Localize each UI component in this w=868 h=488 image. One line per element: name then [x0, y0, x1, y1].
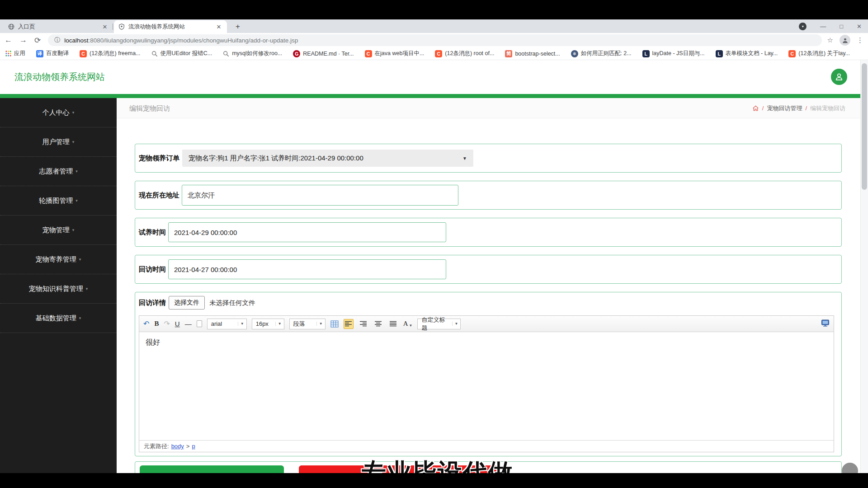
sidebar-item-basic-data-management[interactable]: 基础数据管理▾ — [0, 304, 117, 333]
bookmark-apps[interactable]: 应用 — [5, 50, 25, 57]
sidebar-item-volunteer-management[interactable]: 志愿者管理▾ — [0, 157, 117, 186]
new-tab-button[interactable]: + — [232, 22, 243, 33]
sidebar-item-pet-management[interactable]: 宠物管理▾ — [0, 216, 117, 245]
address-bar[interactable]: ⓘ localhost:8080/liulangdongwulingyang/j… — [48, 34, 821, 46]
order-select[interactable]: 宠物名字:狗1 用户名字:张1 试养时间:2021-04-29 00:00:00… — [182, 150, 473, 167]
font-color-a: A — [403, 320, 408, 328]
trial-time-input[interactable] — [168, 222, 446, 242]
gitee-icon: G — [293, 50, 300, 57]
forward-button[interactable]: → — [19, 36, 27, 45]
back-button[interactable]: ← — [5, 36, 12, 45]
minimize-button[interactable]: — — [820, 23, 826, 30]
align-justify-icon[interactable] — [388, 319, 398, 329]
profile-avatar-icon[interactable] — [840, 35, 850, 46]
font-family-select[interactable]: arial ▼ — [207, 319, 247, 329]
horizontal-rule-icon[interactable]: — — [185, 320, 192, 327]
font-size-select[interactable]: 16px ▼ — [252, 319, 284, 329]
page-scrollbar[interactable] — [860, 60, 868, 473]
bookmark-item[interactable]: C 在java web项目中... — [365, 50, 425, 57]
close-tab-icon[interactable]: ✕ — [101, 23, 108, 30]
element-path-p-link[interactable]: p — [192, 443, 195, 450]
element-path-separator: > — [186, 443, 190, 450]
breadcrumb-bar: 编辑宠物回访 / 宠物回访管理 / 编辑宠物回访 — [117, 98, 860, 118]
trial-time-label: 试养时间 — [139, 228, 166, 237]
sidebar-item-label: 宠物管理 — [42, 226, 70, 235]
align-right-icon[interactable] — [359, 319, 368, 329]
visit-time-input[interactable] — [168, 259, 446, 279]
reload-button[interactable]: ⟳ — [34, 36, 41, 45]
bookmark-label: 如何用正则匹配: 2... — [581, 50, 632, 57]
font-color-button[interactable]: A ▼ — [403, 320, 413, 328]
bookmark-item[interactable]: ✻ 如何用正则匹配: 2... — [571, 50, 632, 57]
info-icon[interactable]: ⓘ — [54, 36, 60, 44]
bookmark-item[interactable]: C (12条消息) root of... — [435, 50, 494, 57]
sidebar-item-label: 轮播图管理 — [39, 197, 73, 205]
bookmark-label: 百度翻译 — [46, 50, 69, 57]
element-path-label: 元素路径: — [144, 442, 169, 450]
browser-tab-active[interactable]: 流浪动物领养系统网站 ✕ — [114, 20, 227, 33]
restore-button[interactable]: □ — [840, 23, 843, 30]
address-input[interactable] — [182, 185, 458, 206]
home-icon[interactable] — [752, 105, 759, 112]
insert-table-icon[interactable] — [330, 320, 339, 328]
close-button[interactable]: ✕ — [857, 23, 862, 30]
bookmark-item[interactable]: L layDate - JS日期与... — [642, 50, 705, 57]
tab-title: 流浪动物领养系统网站 — [128, 23, 212, 31]
close-tab-icon[interactable]: ✕ — [215, 23, 222, 30]
sidebar-item-carousel-management[interactable]: 轮播图管理▾ — [0, 186, 117, 216]
undo-icon[interactable]: ↶ — [143, 320, 149, 328]
sidebar-item-user-management[interactable]: 用户管理▾ — [0, 127, 117, 157]
address-label: 现在所在地址 — [139, 191, 179, 200]
sidebar-item-pet-foster-management[interactable]: 宠物寄养管理▾ — [0, 245, 117, 274]
bookmark-label: 表单模块文档 - Lay... — [726, 50, 778, 57]
csdn-icon: C — [80, 50, 87, 57]
sidebar-item-label: 个人中心 — [42, 108, 70, 117]
chevron-down-icon: ▾ — [75, 198, 78, 203]
breadcrumb-pet-visit-management[interactable]: 宠物回访管理 — [767, 104, 802, 113]
bookmark-item[interactable]: mysql如何修改roo... — [223, 50, 282, 57]
element-path-body-link[interactable]: body — [171, 443, 184, 450]
editor-element-path: 元素路径: body > p — [139, 440, 834, 452]
underline-icon[interactable]: U — [175, 320, 180, 327]
bookmark-item[interactable]: 使用UEditor 报错C... — [151, 50, 212, 57]
form-group-trial-time: 试养时间 — [135, 218, 842, 247]
scrollbar-thumb[interactable] — [862, 63, 867, 190]
bookmark-item[interactable]: C (12条消息) freema... — [80, 50, 141, 57]
header-accent-bar — [0, 94, 868, 98]
fullscreen-icon[interactable] — [821, 319, 830, 328]
choose-file-button[interactable]: 选择文件 — [169, 296, 205, 310]
form-group-visit-time: 回访时间 — [135, 255, 842, 284]
align-center-icon[interactable] — [373, 319, 383, 329]
font-size-value: 16px — [256, 320, 269, 327]
menu-icon[interactable]: ⋮ — [857, 36, 863, 44]
letterbox-top — [0, 0, 868, 19]
user-avatar[interactable] — [831, 69, 847, 85]
browser-tab-entry-page[interactable]: 入口页 ✕ — [4, 20, 113, 33]
bookmark-label: 应用 — [14, 50, 25, 57]
window-controls: ▾ — □ ✕ — [799, 19, 862, 33]
apps-grid-icon — [5, 51, 11, 56]
bookmark-item[interactable]: C (12条消息) 关于lay... — [788, 50, 850, 57]
bookmark-item[interactable]: 译 百度翻译 — [36, 50, 69, 57]
search-icon — [223, 51, 229, 57]
bold-icon[interactable]: B — [154, 320, 159, 327]
align-left-icon[interactable] — [344, 319, 354, 329]
redo-icon[interactable]: ↷ — [164, 320, 170, 328]
sidebar-item-personal-center[interactable]: 个人中心▾ — [0, 98, 117, 127]
editor-content[interactable]: 很好 — [139, 333, 834, 440]
person-icon — [842, 37, 849, 44]
paragraph-select[interactable]: 段落 ▼ — [289, 319, 326, 329]
shield-favicon-icon — [118, 23, 125, 30]
bookmark-item[interactable]: G README.md · Ter... — [293, 50, 354, 57]
sidebar-item-pet-knowledge-management[interactable]: 宠物知识科普管理▾ — [0, 274, 117, 304]
bookmark-star-icon[interactable]: ☆ — [827, 36, 833, 44]
bookmark-item[interactable]: 简 bootstrap-select... — [505, 50, 560, 57]
chevron-down-icon: ▼ — [452, 322, 458, 326]
custom-title-select[interactable]: 自定义标题 ▼ — [417, 319, 461, 329]
site-title: 流浪动物领养系统网站 — [14, 60, 105, 94]
browser-update-icon[interactable]: ▾ — [799, 23, 807, 30]
new-document-icon[interactable] — [197, 320, 202, 327]
bookmarks-bar: 应用 译 百度翻译 C (12条消息) freema... 使用UEditor … — [0, 47, 868, 60]
bookmark-label: README.md · Ter... — [303, 51, 354, 57]
bookmark-item[interactable]: L 表单模块文档 - Lay... — [716, 50, 778, 57]
